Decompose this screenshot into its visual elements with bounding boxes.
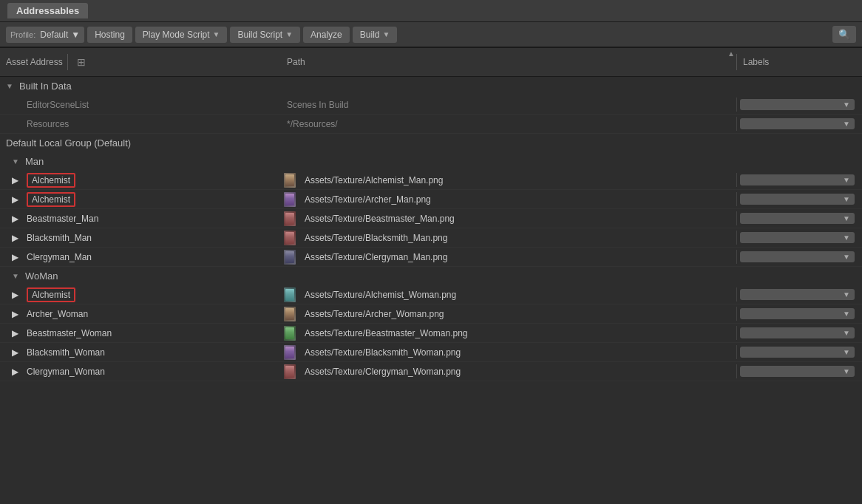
alchemist-man-2-asset: ▶ Alchemist: [0, 191, 281, 208]
expand-arrow[interactable]: ▶: [6, 252, 24, 262]
labels-dropdown-arrow: ▼: [843, 176, 850, 184]
expand-arrow[interactable]: ▶: [6, 233, 24, 243]
profile-dropdown-arrow: ▼: [71, 30, 80, 40]
expand-arrow[interactable]: ▶: [6, 309, 24, 319]
blacksmith-man-path: Assets/Texture/Blacksmith_Man.png: [299, 231, 736, 245]
table-row: ▶ Beastmaster_Woman Assets/Texture/Beast…: [0, 324, 862, 343]
expand-arrow[interactable]: ▶: [6, 328, 24, 338]
beastmaster-woman-labels-dropdown[interactable]: ▼: [740, 327, 855, 338]
archer-woman-asset: ▶ Archer_Woman: [0, 307, 281, 321]
resources-labels-dropdown[interactable]: ▼: [740, 118, 855, 129]
table-row: ▶ Blacksmith_Woman Assets/Texture/Blacks…: [0, 343, 862, 362]
clergyman-woman-path: Assets/Texture/Clergyman_Woman.png: [299, 365, 736, 378]
editor-scene-list-path: Scenes In Build: [281, 98, 736, 112]
beastmaster-woman-icon: [281, 325, 299, 341]
alchemist-man-2-labels-dropdown[interactable]: ▼: [740, 194, 855, 205]
archer-woman-path: Assets/Texture/Archer_Woman.png: [299, 307, 736, 321]
woman-expand-icon: ▼: [12, 272, 19, 280]
search-button[interactable]: 🔍: [832, 26, 856, 43]
sprite-thumbnail: [284, 326, 296, 341]
col-divider-1: [67, 54, 68, 70]
expand-arrow[interactable]: ▶: [6, 175, 24, 185]
labels-dropdown-arrow: ▼: [843, 367, 850, 375]
woman-group-label: WoMan: [25, 270, 58, 282]
man-group-header[interactable]: ▼ Man: [0, 152, 862, 171]
beastmaster-man-labels-dropdown[interactable]: ▼: [740, 213, 855, 224]
expand-arrow[interactable]: ▶: [6, 290, 24, 300]
list-item: EditorSceneList Scenes In Build ▼: [0, 95, 862, 115]
sprite-thumbnail: [284, 211, 296, 226]
clergyman-woman-asset: ▶ Clergyman_Woman: [0, 365, 281, 378]
default-local-group-header[interactable]: Default Local Group (Default): [0, 134, 862, 152]
alchemist-woman-labels-dropdown[interactable]: ▼: [740, 289, 855, 300]
labels-dropdown-arrow: ▼: [843, 253, 850, 261]
list-item: Resources */Resources/ ▼: [0, 115, 862, 134]
editor-scene-list-labels-dropdown[interactable]: ▼: [740, 99, 855, 110]
expand-arrow[interactable]: ▶: [6, 347, 24, 358]
expand-arrow[interactable]: ▶: [6, 367, 24, 377]
search-icon: 🔍: [838, 29, 850, 40]
scroll-up-arrow[interactable]: ▲: [727, 50, 735, 58]
blacksmith-woman-labels-dropdown[interactable]: ▼: [740, 347, 855, 358]
man-expand-icon: ▼: [12, 157, 19, 166]
beastmaster-man-asset: ▶ Beastmaster_Man: [0, 212, 281, 225]
table-row: ▶ Clergyman_Woman Assets/Texture/Clergym…: [0, 362, 862, 381]
profile-label: Profile:: [10, 30, 35, 39]
beastmaster-man-name: Beastmaster_Man: [27, 214, 98, 224]
sprite-thumbnail: [284, 250, 296, 265]
sprite-thumbnail: [284, 364, 296, 379]
table-row: ▶ Archer_Woman Assets/Texture/Archer_Wom…: [0, 304, 862, 324]
build-script-button[interactable]: Build Script ▼: [230, 27, 300, 43]
blacksmith-woman-asset: ▶ Blacksmith_Woman: [0, 346, 281, 359]
build-button[interactable]: Build ▼: [353, 27, 398, 43]
expand-arrow[interactable]: ▶: [6, 194, 24, 205]
build-label: Build: [360, 30, 380, 40]
archer-woman-labels-dropdown[interactable]: ▼: [740, 308, 855, 319]
labels-dropdown-arrow: ▼: [843, 310, 850, 318]
play-mode-script-button[interactable]: Play Mode Script ▼: [135, 27, 228, 43]
sprite-thumbnail: [284, 173, 296, 188]
alchemist-man-1-labels-dropdown[interactable]: ▼: [740, 174, 855, 185]
play-mode-arrow: ▼: [213, 30, 220, 38]
editor-scene-list-labels: ▼: [736, 98, 862, 112]
labels-dropdown-arrow: ▼: [843, 101, 850, 109]
blacksmith-woman-path: Assets/Texture/Blacksmith_Woman.png: [299, 346, 736, 359]
path-header: Path: [281, 54, 736, 70]
alchemist-woman-asset: ▶ Alchemist: [0, 286, 281, 304]
table-row: ▶ Blacksmith_Man Assets/Texture/Blacksmi…: [0, 228, 862, 248]
sort-icon[interactable]: ⊞: [72, 56, 90, 68]
labels-dropdown-arrow: ▼: [843, 348, 850, 356]
beastmaster-man-path: Assets/Texture/Beastmaster_Man.png: [299, 212, 736, 225]
alchemist-man-1-path: Assets/Texture/Alchemist_Man.png: [299, 174, 736, 187]
alchemist-woman-labels: ▼: [736, 287, 862, 302]
clergyman-woman-name: Clergyman_Woman: [27, 367, 105, 377]
clergyman-woman-labels: ▼: [736, 364, 862, 378]
expand-arrow[interactable]: ▶: [6, 214, 24, 224]
default-local-group-label: Default Local Group (Default): [6, 137, 131, 149]
resources-labels: ▼: [736, 117, 862, 131]
labels-dropdown-arrow: ▼: [843, 290, 850, 299]
toolbar: Profile: Default ▼ Hosting Play Mode Scr…: [0, 22, 862, 48]
asset-address-header: Asset Address ⊞: [0, 51, 281, 73]
profile-selector[interactable]: Profile: Default ▼: [6, 27, 84, 43]
alchemist-woman-name-highlighted: Alchemist: [27, 287, 75, 302]
clergyman-man-icon: [281, 249, 299, 265]
labels-label: Labels: [743, 57, 769, 67]
table-row: ▶ Alchemist Assets/Texture/Alchemist_Man…: [0, 171, 862, 190]
blacksmith-woman-name: Blacksmith_Woman: [27, 347, 105, 358]
archer-woman-labels: ▼: [736, 307, 862, 321]
clergyman-man-labels-dropdown[interactable]: ▼: [740, 251, 855, 262]
alchemist-man-asset: ▶ Alchemist: [0, 171, 281, 189]
window-title: Addressables: [7, 3, 88, 18]
resources-name: Resources: [0, 118, 281, 131]
blacksmith-man-labels-dropdown[interactable]: ▼: [740, 232, 855, 243]
clergyman-woman-labels-dropdown[interactable]: ▼: [740, 366, 855, 377]
blacksmith-man-asset: ▶ Blacksmith_Man: [0, 231, 281, 245]
man-group-label: Man: [25, 156, 44, 167]
labels-dropdown-arrow: ▼: [843, 329, 850, 337]
blacksmith-man-name: Blacksmith_Man: [27, 233, 92, 243]
hosting-button[interactable]: Hosting: [87, 27, 132, 43]
woman-group-header[interactable]: ▼ WoMan: [0, 267, 862, 285]
built-in-group-header[interactable]: ▼ Built In Data: [0, 77, 862, 95]
analyze-button[interactable]: Analyze: [303, 27, 350, 43]
